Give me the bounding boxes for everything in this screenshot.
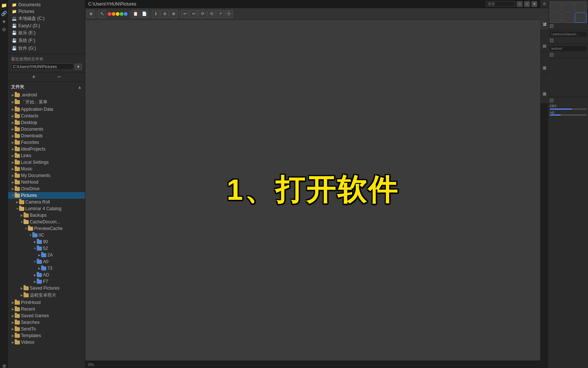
drive-c[interactable]: 💻 本地磁盘 (C:)	[10, 15, 83, 22]
toolbar-home-button[interactable]: ⊕	[87, 10, 95, 18]
tree-item-0c[interactable]: ▼ 0C	[8, 232, 85, 238]
collapse-icon[interactable]: ▲	[78, 85, 82, 90]
arrow-cameraroll: ▶	[15, 200, 19, 204]
toolbar-zoom-in-button[interactable]: ⊕	[169, 10, 178, 18]
tree-item-android[interactable]: ▶ .android	[8, 92, 85, 98]
color-orange[interactable]	[112, 12, 115, 16]
color-green[interactable]	[120, 12, 123, 16]
right-url-bar-1[interactable]: UntchoAchiecom...	[550, 32, 587, 37]
drive-e[interactable]: 💾 娱乐 (E:)	[10, 29, 83, 37]
right-tab-gallery[interactable]: 图片库	[540, 52, 548, 74]
star-icon[interactable]: ★	[1, 18, 7, 24]
connect-icon[interactable]: 🔗	[1, 10, 7, 16]
toolbar-rotate-cw-button[interactable]: ⟳	[198, 10, 207, 18]
checkbox-1[interactable]	[550, 24, 553, 28]
toolbar-export-button[interactable]: ↗	[216, 10, 224, 18]
right-url-section-1: UntchoAchiecom...	[548, 31, 588, 38]
tree-item-73[interactable]: ▶ 73	[8, 265, 85, 272]
tree-item-nethood[interactable]: ▶ NetHood	[8, 179, 85, 185]
tree-item-backups[interactable]: ▶ Backups	[8, 212, 85, 219]
thumb-6[interactable]	[575, 13, 587, 23]
toolbar-nav-forward2-button[interactable]: ↩	[190, 10, 198, 18]
left-label-1[interactable]: 文件	[1, 360, 7, 363]
thumb-3[interactable]	[575, 1, 587, 12]
right-url-bar-2[interactable]: teshoot	[550, 46, 587, 51]
checkbox-4[interactable]	[550, 99, 553, 102]
drive-f[interactable]: 💾 系统 (F:)	[10, 37, 83, 45]
tree-item-printhood[interactable]: ▶ PrintHood	[8, 299, 85, 306]
remove-folder-button[interactable]: −	[58, 74, 61, 80]
toolbar-rotate-ccw-button[interactable]: ⟲	[207, 10, 215, 18]
tree-item-videos[interactable]: ▶ Videos	[8, 339, 85, 346]
right-slider-track-1[interactable]	[550, 109, 587, 110]
tree-item-90[interactable]: ▶ 90	[8, 238, 85, 245]
recent-path-input[interactable]	[11, 63, 74, 70]
drive-pictures[interactable]: 📁 Pictures	[10, 8, 83, 15]
drive-documents[interactable]: 📁 Documents	[10, 1, 83, 8]
tree-item-downloads[interactable]: ▶ Downloads	[8, 132, 85, 139]
thumb-5[interactable]	[562, 13, 574, 23]
toolbar-expand-button[interactable]: ➕	[225, 10, 233, 18]
drive-d[interactable]: 💾 EasyU (D:)	[10, 22, 83, 29]
tree-item-favorites[interactable]: ▶ Favorites	[8, 139, 85, 146]
tree-item-savedgames[interactable]: ▶ Saved Games	[8, 312, 85, 319]
tree-item-appdata[interactable]: ▶ Application Data	[8, 106, 85, 113]
color-blue[interactable]	[124, 12, 128, 16]
tree-item-cameraroll[interactable]: ▶ Camera Roll	[8, 199, 85, 205]
tree-item-remotephotos[interactable]: ▶ 远程安卓照片	[8, 291, 85, 299]
tree-item-pictures[interactable]: ▼ Pictures	[8, 192, 85, 199]
checkbox-3[interactable]	[550, 53, 553, 57]
tree-item-f7[interactable]: ▶ F7	[8, 278, 85, 285]
toolbar-zoom-out-button[interactable]: ⊖	[161, 10, 169, 18]
tree-item-ideaprojects[interactable]: ▶ IdeaProjects	[8, 146, 85, 152]
color-red[interactable]	[108, 12, 111, 16]
right-tab-filter[interactable]: 过滤	[540, 8, 548, 30]
right-icon-gear[interactable]: ⚙	[543, 2, 546, 6]
tree-item-documents[interactable]: ▶ Documents	[8, 126, 85, 132]
tree-item-desktop[interactable]: ▶ Desktop	[8, 119, 85, 126]
right-slider-track-2[interactable]	[550, 114, 587, 116]
maximize-button[interactable]: □	[524, 1, 530, 7]
tree-item-sendto[interactable]: ▶ SendTo	[8, 326, 85, 332]
tree-item-contacts[interactable]: ▶ Contacts	[8, 113, 85, 119]
tree-item-templates[interactable]: ▶ Templates	[8, 332, 85, 339]
settings-icon[interactable]: ⚙	[1, 26, 7, 32]
left-label-2[interactable]: 夹	[1, 365, 7, 368]
minimize-button[interactable]: ─	[517, 1, 523, 7]
tree-item-savedpictures[interactable]: ▶ Saved Pictures	[8, 285, 85, 291]
search-input[interactable]	[486, 1, 515, 7]
folder-icon[interactable]: 📁	[1, 2, 7, 8]
checkbox-2[interactable]	[550, 39, 553, 42]
tree-item-links[interactable]: ▶ Links	[8, 152, 85, 159]
tree-item-start-menu[interactable]: ▶ 「开始」菜单	[8, 98, 85, 106]
tree-item-a0[interactable]: ▼ A0	[8, 258, 85, 265]
tree-item-mydocuments[interactable]: ▶ My Documents	[8, 172, 85, 179]
color-yellow[interactable]	[116, 12, 119, 16]
toolbar-paste-button[interactable]: 📄	[140, 10, 148, 18]
tree-item-music[interactable]: ▶ Music	[8, 166, 85, 172]
tree-item-cachedocum[interactable]: ▼ CacheDocum...	[8, 219, 85, 225]
tree-item-previewcache[interactable]: ▼ PreviewCache	[8, 225, 85, 232]
tree-item-2a[interactable]: ▶ 2A	[8, 252, 85, 258]
thumb-2[interactable]	[562, 1, 574, 12]
drive-g[interactable]: 💾 软件 (G:)	[10, 45, 83, 52]
tree-item-onedrive[interactable]: ▶ OneDrive	[8, 185, 85, 192]
toolbar-copy-button[interactable]: 📋	[132, 10, 140, 18]
toolbar-info-button[interactable]: ℹ	[152, 10, 160, 18]
thumb-1[interactable]	[550, 1, 562, 12]
tree-item-52[interactable]: ▼ 52	[8, 245, 85, 252]
close-button[interactable]: ✕	[531, 1, 537, 7]
tree-item-recent[interactable]: ▶ Recent	[8, 306, 85, 312]
thumb-4[interactable]	[550, 13, 562, 23]
toolbar-cursor-button[interactable]: ↖	[98, 10, 106, 18]
toolbar-nav-back2-button[interactable]: ↩	[181, 10, 189, 18]
add-folder-button[interactable]: +	[32, 74, 35, 80]
recent-path-row: ▼	[11, 63, 82, 70]
recent-path-dropdown[interactable]: ▼	[75, 64, 82, 70]
tree-item-ad[interactable]: ▶ AD	[8, 272, 85, 278]
tree-item-searches[interactable]: ▶ Searches	[8, 319, 85, 326]
right-tab-review[interactable]: 检阅	[540, 30, 548, 52]
tree-item-luminar[interactable]: ▼ Luminar 4 Catalog	[8, 205, 85, 212]
right-tab-export[interactable]: 出快导出	[540, 74, 548, 104]
tree-item-localsettings[interactable]: ▶ Local Settings	[8, 159, 85, 166]
